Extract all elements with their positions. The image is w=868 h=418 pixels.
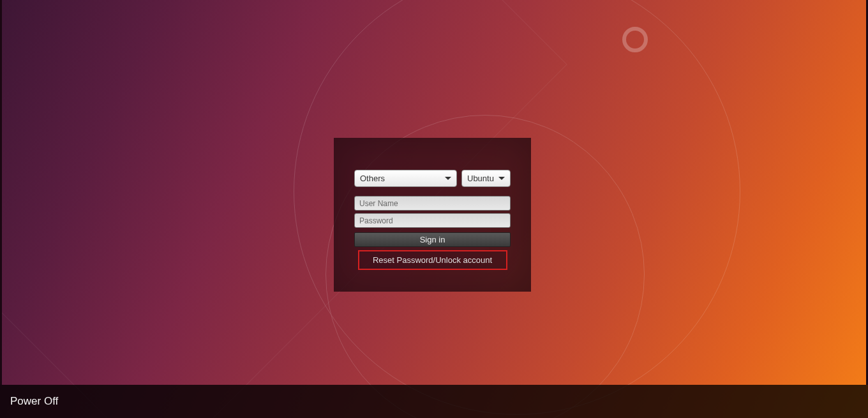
bottom-bar: Power Off	[0, 385, 868, 418]
login-panel: Others Ubuntu Sign in Reset Password/Unl…	[334, 138, 531, 292]
reset-password-link[interactable]: Reset Password/Unlock account	[358, 250, 507, 270]
chevron-down-icon	[498, 177, 505, 180]
chevron-down-icon	[445, 177, 451, 180]
user-select-label: Others	[360, 174, 385, 183]
username-input[interactable]	[354, 196, 511, 211]
power-off-button[interactable]: Power Off	[10, 395, 58, 408]
password-input[interactable]	[354, 213, 511, 228]
session-select-dropdown[interactable]: Ubuntu	[461, 170, 511, 187]
user-select-dropdown[interactable]: Others	[354, 170, 457, 187]
left-edge	[0, 0, 2, 385]
sign-in-button[interactable]: Sign in	[354, 232, 511, 247]
session-select-label: Ubuntu	[467, 174, 494, 183]
selector-row: Others Ubuntu	[354, 170, 511, 187]
